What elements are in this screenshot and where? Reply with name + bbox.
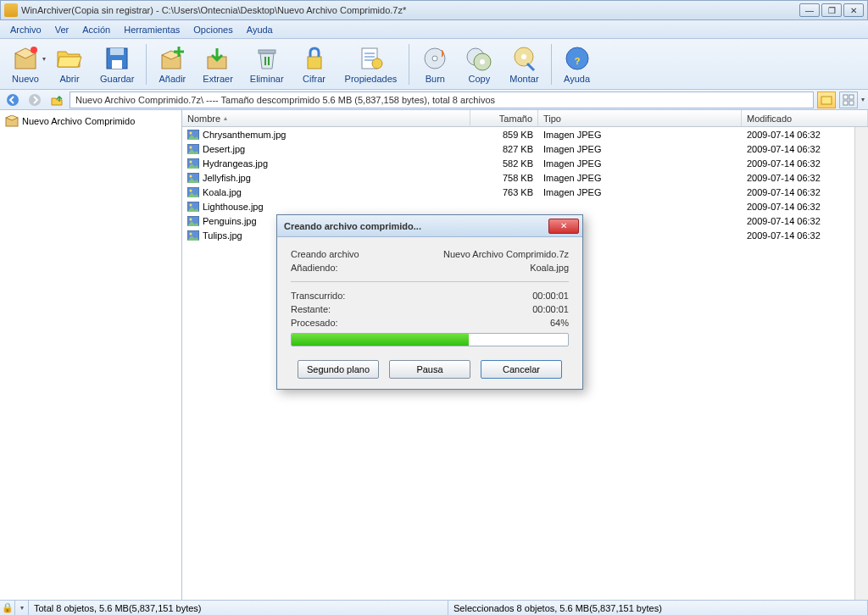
disc-mount-icon bbox=[510, 45, 537, 72]
svg-point-31 bbox=[190, 146, 192, 148]
close-button[interactable]: ✕ bbox=[843, 3, 864, 17]
list-row[interactable]: Chrysanthemum.jpg859 KBImagen JPEG2009-0… bbox=[182, 127, 868, 141]
toolbar-label: Montar bbox=[509, 74, 538, 84]
progress-dialog: Creando archivo comprimido... ✕ Creando … bbox=[276, 214, 583, 390]
toolbar-cifrar[interactable]: Cifrar bbox=[292, 43, 337, 86]
svg-point-33 bbox=[190, 160, 192, 163]
menu-opciones[interactable]: Opciones bbox=[186, 23, 239, 36]
svg-rect-23 bbox=[843, 95, 848, 99]
dialog-row-processed: Procesado: 64% bbox=[291, 318, 569, 328]
toolbar-label: Extraer bbox=[203, 74, 232, 84]
processed-label: Procesado: bbox=[291, 318, 338, 328]
list-row[interactable]: Lighthouse.jpg2009-07-14 06:32 bbox=[182, 199, 868, 213]
column-header-name[interactable]: Nombre▴ bbox=[182, 110, 470, 126]
image-file-icon bbox=[187, 130, 199, 140]
box-new-icon bbox=[12, 45, 39, 72]
pause-button[interactable]: Pausa bbox=[389, 360, 470, 379]
list-row[interactable]: Hydrangeas.jpg582 KBImagen JPEG2009-07-1… bbox=[182, 156, 868, 170]
svg-text:?: ? bbox=[574, 56, 580, 66]
toolbar-montar[interactable]: Montar bbox=[501, 43, 547, 86]
toolbar-label: Añadir bbox=[159, 74, 186, 84]
dropdown-arrow-icon[interactable]: ▾ bbox=[861, 96, 865, 103]
lock-icon bbox=[301, 45, 328, 72]
svg-point-1 bbox=[31, 47, 37, 53]
file-type: Imagen JPEG bbox=[538, 158, 742, 169]
status-dropdown-segment[interactable]: ▾ bbox=[15, 601, 29, 615]
svg-point-17 bbox=[521, 54, 526, 59]
toolbar-label: Guardar bbox=[100, 74, 134, 84]
toolbar-propiedades[interactable]: Propiedades bbox=[337, 43, 406, 86]
floppy-icon bbox=[103, 45, 131, 72]
file-size: 827 KB bbox=[470, 144, 538, 154]
menu-bar: Archivo Ver Acción Herramientas Opciones… bbox=[0, 20, 868, 39]
maximize-button[interactable]: ❐ bbox=[821, 3, 842, 17]
minimize-button[interactable]: — bbox=[799, 3, 820, 17]
status-bar: 🔒 ▾ Total 8 objetos, 5.6 MB(5,837,151 by… bbox=[0, 600, 868, 615]
dialog-button-row: Segundo plano Pausa Cancelar bbox=[291, 360, 569, 379]
toolbar-label: Copy bbox=[469, 74, 491, 84]
toolbar-abrir[interactable]: Abrir bbox=[47, 43, 92, 86]
dialog-row-adding: Añadiendo: Koala.jpg bbox=[291, 263, 569, 273]
file-name: Lighthouse.jpg bbox=[203, 202, 264, 212]
menu-herramientas[interactable]: Herramientas bbox=[117, 23, 186, 36]
nav-forward-button[interactable] bbox=[25, 91, 44, 108]
toolbar-separator bbox=[146, 44, 147, 85]
menu-ayuda[interactable]: Ayuda bbox=[240, 23, 280, 36]
background-button[interactable]: Segundo plano bbox=[298, 360, 379, 379]
nav-back-button[interactable] bbox=[3, 91, 22, 108]
file-modified: 2009-07-14 06:32 bbox=[742, 144, 868, 154]
title-bar: WinArchiver(Copia sin registrar) - C:\Us… bbox=[0, 0, 868, 20]
toolbar-nuevo[interactable]: Nuevo ▾ bbox=[3, 43, 47, 86]
svg-point-10 bbox=[372, 58, 382, 69]
file-modified: 2009-07-14 06:32 bbox=[742, 187, 868, 197]
menu-ver[interactable]: Ver bbox=[48, 23, 76, 36]
svg-rect-24 bbox=[849, 95, 854, 99]
tree-root-item[interactable]: Nuevo Archivo Comprimido bbox=[3, 114, 178, 129]
toolbar-copy[interactable]: Copy bbox=[457, 43, 501, 86]
list-row[interactable]: Koala.jpg763 KBImagen JPEG2009-07-14 06:… bbox=[182, 185, 868, 199]
menu-accion[interactable]: Acción bbox=[75, 23, 117, 36]
column-header-modified[interactable]: Modificado bbox=[742, 110, 868, 126]
toolbar-eliminar[interactable]: Eliminar bbox=[242, 43, 292, 86]
menu-archivo[interactable]: Archivo bbox=[3, 23, 48, 36]
nav-view-grid-button[interactable] bbox=[839, 91, 858, 108]
archive-icon bbox=[5, 115, 19, 127]
nav-path-field[interactable]: Nuevo Archivo Comprimido.7z\ ---- Tamaño… bbox=[70, 91, 814, 108]
nav-up-button[interactable] bbox=[47, 91, 66, 108]
dialog-title-bar[interactable]: Creando archivo comprimido... ✕ bbox=[277, 215, 582, 237]
dialog-row-elapsed: Transcurrido: 00:00:01 bbox=[291, 291, 569, 301]
cancel-button[interactable]: Cancelar bbox=[481, 360, 562, 379]
image-file-icon bbox=[187, 230, 199, 241]
nav-view-tree-button[interactable] bbox=[817, 91, 836, 108]
creating-label: Creando archivo bbox=[291, 249, 359, 259]
file-modified: 2009-07-14 06:32 bbox=[742, 158, 868, 169]
progress-fill bbox=[292, 334, 469, 346]
column-header-type[interactable]: Tipo bbox=[538, 110, 742, 126]
nav-bar: Nuevo Archivo Comprimido.7z\ ---- Tamaño… bbox=[0, 90, 868, 110]
toolbar-label: Cifrar bbox=[303, 74, 326, 84]
toolbar-label: Propiedades bbox=[345, 74, 398, 84]
lock-small-icon: 🔒 bbox=[2, 602, 14, 613]
progress-bar bbox=[291, 333, 569, 346]
toolbar-anadir[interactable]: Añadir bbox=[150, 43, 194, 86]
file-name: Koala.jpg bbox=[203, 187, 242, 197]
svg-rect-22 bbox=[821, 97, 832, 104]
vertical-scrollbar[interactable] bbox=[854, 127, 868, 600]
sidebar: Nuevo Archivo Comprimido bbox=[0, 110, 182, 600]
tree-root-label: Nuevo Archivo Comprimido bbox=[22, 116, 135, 126]
box-extract-icon bbox=[204, 45, 231, 72]
toolbar-guardar[interactable]: Guardar bbox=[92, 43, 142, 86]
dialog-close-button[interactable]: ✕ bbox=[548, 219, 579, 234]
list-header: Nombre▴ Tamaño Tipo Modificado bbox=[182, 110, 868, 127]
remaining-value: 00:00:01 bbox=[532, 304, 569, 314]
processed-value: 64% bbox=[550, 318, 569, 328]
list-row[interactable]: Jellyfish.jpg758 KBImagen JPEG2009-07-14… bbox=[182, 170, 868, 185]
toolbar-extraer[interactable]: Extraer bbox=[194, 43, 241, 86]
list-row[interactable]: Desert.jpg827 KBImagen JPEG2009-07-14 06… bbox=[182, 141, 868, 156]
column-header-size[interactable]: Tamaño bbox=[470, 110, 538, 126]
toolbar-ayuda[interactable]: ? Ayuda bbox=[555, 43, 599, 86]
properties-icon bbox=[357, 45, 384, 72]
adding-label: Añadiendo: bbox=[291, 263, 338, 273]
toolbar-burn[interactable]: Burn bbox=[413, 43, 457, 86]
toolbar-label: Nuevo bbox=[12, 74, 39, 84]
